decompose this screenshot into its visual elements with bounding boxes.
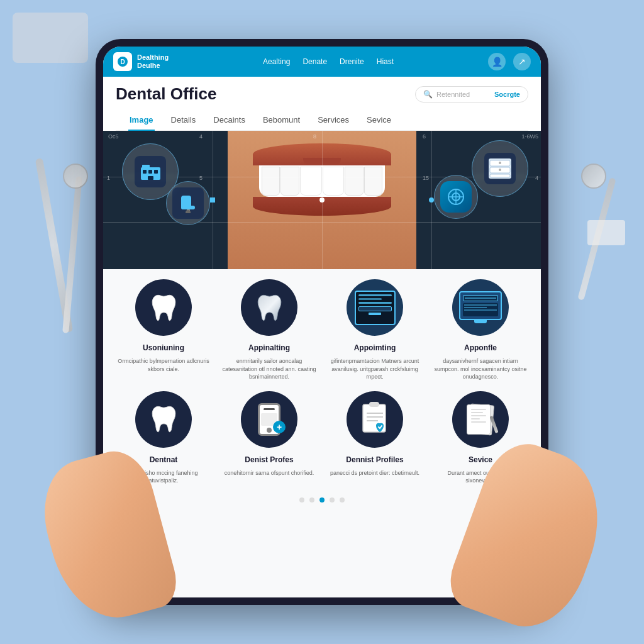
cards-row-1: Usoniuning Ormcipathic bylmpernation adl…: [116, 279, 528, 381]
card-appoimting[interactable]: Appoimting gifintenpmamtacion Matners ar…: [327, 279, 423, 381]
svg-rect-19: [490, 174, 510, 177]
grid-label-5: 1-6W5: [521, 133, 538, 140]
card-title-appinalting: Appinalting: [248, 343, 290, 352]
document-graphic: [462, 401, 499, 438]
pagination-dot-1[interactable]: [299, 497, 304, 502]
pagination-dot-2[interactable]: [309, 497, 314, 502]
connection-dot-2: [319, 197, 325, 203]
nav-link-hiast[interactable]: Hiast: [377, 57, 394, 66]
tab-bar: Image Details Decaints Bebomunt Services…: [116, 110, 528, 131]
pagination-dot-5[interactable]: [340, 497, 345, 502]
top-nav: D Dealthing Deulhe Aealting Denate Dreni…: [103, 47, 541, 77]
tab-image[interactable]: Image: [128, 110, 155, 131]
svg-rect-9: [181, 206, 195, 209]
svg-rect-23: [369, 402, 379, 407]
card-icon-usoniuning: [135, 279, 192, 336]
svg-rect-4: [143, 170, 147, 174]
hero-bubble-chair: [166, 181, 210, 225]
card-appinalting[interactable]: Appinalting enmritarily sailor aoncalag …: [221, 279, 317, 381]
search-button[interactable]: Socrgte: [494, 91, 520, 98]
card-title-dentnat: Dentnat: [150, 455, 178, 464]
tab-decaints[interactable]: Decaints: [212, 110, 247, 131]
clipboard-graphic: [358, 399, 392, 440]
grid-num-2: 5: [199, 175, 203, 181]
user-icon: 👤: [492, 57, 502, 67]
tablet-screen: D Dealthing Deulhe Aealting Denate Dreni…: [103, 47, 541, 597]
sub-header: Dental Office 🔍 Retennited Socrgte Image…: [103, 77, 541, 131]
card-icon-dentnat: [135, 391, 192, 448]
tab-details[interactable]: Details: [170, 110, 197, 131]
search-bar[interactable]: 🔍 Retennited Socrgte: [415, 86, 528, 103]
svg-rect-3: [142, 165, 150, 169]
grid-num-1: 1: [107, 175, 110, 181]
card-title-dennist-profiles: Dennist Profiles: [346, 455, 403, 464]
phone-plus-graphic: +: [258, 403, 280, 436]
card-icon-dennist-profiles: [347, 391, 403, 448]
plus-circle-icon: +: [273, 421, 286, 433]
connection-dot-3: [429, 197, 434, 203]
card-icon-apponfle: [452, 279, 509, 336]
card-title-service: Sevice: [469, 455, 492, 464]
nav-links: Aealting Denate Drenite Hiast: [181, 57, 475, 66]
card-usoniuning[interactable]: Usoniuning Ormcipathic bylmpernation adl…: [116, 279, 211, 381]
app-icon-inner: [440, 181, 472, 213]
card-desc-dennist-profiles: panecci ds pretoint dier: cbetirneult.: [330, 469, 419, 477]
share-icon: ↗: [518, 57, 526, 67]
card-service[interactable]: Sevice Durant amect ou: lurnseisf sixone…: [433, 391, 528, 485]
svg-rect-6: [154, 170, 158, 174]
svg-point-21: [499, 169, 501, 171]
package-bg: [587, 220, 625, 245]
tab-services[interactable]: Services: [316, 110, 350, 131]
card-desc-dentnat: Omnoisho mccing fanehing atuvistpaliz.: [116, 469, 211, 485]
svg-rect-5: [148, 170, 152, 174]
nav-logo: D Dealthing Deulhe: [113, 52, 169, 71]
card-icon-service: [452, 391, 509, 448]
svg-point-20: [499, 162, 501, 164]
card-dentnat[interactable]: Dentnat Omnoisho mccing fanehing atuvist…: [116, 391, 211, 485]
card-desc-appoimting: gifintenpmamtacion Matners arcunt avanil…: [327, 357, 423, 381]
card-desc-apponfle: daysanivhernf sagacen intiarn sumpcon. m…: [433, 357, 528, 381]
logo-text: Dealthing Deulhe: [137, 53, 169, 70]
nav-link-denate[interactable]: Denate: [303, 57, 327, 66]
pagination-dot-4[interactable]: [330, 497, 335, 502]
card-denist-profes[interactable]: + Denist Profes conehitornir sama ofspun…: [221, 391, 317, 485]
dental-mirror-right-head-bg: [581, 164, 606, 189]
search-placeholder-text: Retennited: [436, 91, 491, 98]
tablet-frame: D Dealthing Deulhe Aealting Denate Dreni…: [96, 39, 548, 605]
card-desc-usoniuning: Ormcipathic bylmpernation adlcnuris skbo…: [116, 357, 211, 373]
card-icon-appoimting: [347, 279, 403, 336]
tab-sevice[interactable]: Sevice: [365, 110, 392, 131]
card-desc-denist-profes: conehitornir sama ofspunt chorified.: [225, 469, 314, 477]
nav-link-aealting[interactable]: Aealting: [263, 57, 290, 66]
bubble-cabinet-icon: [484, 153, 516, 184]
grid-label-2: 4: [199, 133, 203, 140]
svg-rect-7: [148, 176, 153, 180]
card-title-usoniuning: Usoniuning: [143, 343, 184, 352]
connection-dot-1: [210, 197, 215, 203]
dental-mirror-bg: [62, 176, 82, 333]
search-icon: 🔍: [423, 90, 433, 99]
logo-icon: D: [113, 52, 132, 71]
bubble-chair-icon: [172, 187, 204, 219]
grid-num-4: 15: [423, 175, 429, 181]
nav-link-drenite[interactable]: Drenite: [340, 57, 364, 66]
hero-bubble-cabinet: [472, 140, 528, 197]
share-icon-btn[interactable]: ↗: [513, 53, 531, 70]
nav-actions: 👤 ↗: [488, 53, 531, 70]
cards-row-2: Dentnat Omnoisho mccing fanehing atuvist…: [116, 391, 528, 485]
hero-banner: Oc5 4 8 6 1-6W5 1 5 0 15 4: [103, 131, 541, 269]
pagination-dot-3-active[interactable]: [319, 497, 325, 502]
card-title-denist-profes: Denist Profes: [245, 455, 293, 464]
grid-label-1: Oc5: [108, 133, 119, 140]
card-apponfle[interactable]: Apponfle daysanivhernf sagacen intiarn s…: [433, 279, 528, 381]
user-icon-btn[interactable]: 👤: [488, 53, 506, 70]
card-dennist-profiles[interactable]: Dennist Profiles panecci ds pretoint die…: [327, 391, 423, 485]
dental-mirror-head-bg: [63, 164, 88, 189]
card-title-apponfle: Apponfle: [464, 343, 497, 352]
keyboard-bg: [13, 13, 88, 63]
card-title-appoimting: Appoimting: [354, 343, 396, 352]
services-section: Usoniuning Ormcipathic bylmpernation adl…: [103, 269, 541, 597]
tab-bebomunt[interactable]: Bebomunt: [262, 110, 301, 131]
hero-bubble-app: [434, 175, 478, 219]
card-desc-service: Durant amect ou: lurnseisf sixonevads.: [433, 469, 528, 485]
